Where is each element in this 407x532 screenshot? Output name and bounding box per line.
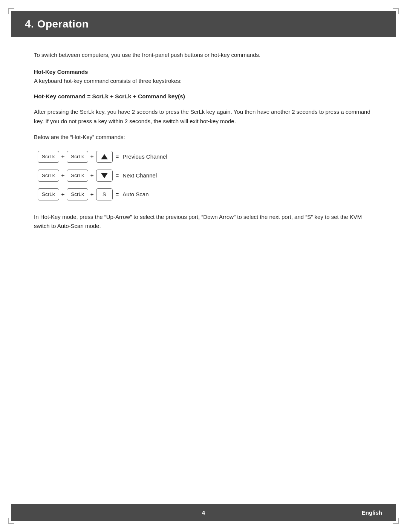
hotkey-heading: Hot-Key Commands (34, 69, 373, 75)
plus-3a: + (61, 191, 65, 197)
plus-1b: + (90, 153, 94, 160)
next-channel-label: Next Channel (122, 172, 157, 179)
down-arrow-icon (101, 173, 108, 178)
equals-1: = (116, 153, 119, 160)
previous-channel-label: Previous Channel (122, 153, 167, 160)
hotkey-formula: Hot-Key command = ScrLk + ScrLk + Comman… (34, 93, 373, 100)
scrlk-key-1a: ScrLk (38, 151, 59, 163)
plus-1a: + (61, 153, 65, 160)
page-title: 4. Operation (25, 18, 382, 30)
scrlk-key-2b: ScrLk (67, 170, 88, 182)
below-commands-text: Below are the “Hot-Key” commands: (34, 134, 373, 140)
equals-3: = (116, 191, 119, 197)
command-row-autoscan: ScrLk + ScrLk + S = Auto Scan (38, 188, 373, 200)
scrlk-key-2a: ScrLk (38, 170, 59, 182)
down-arrow-key (96, 170, 113, 182)
up-arrow-key (96, 151, 113, 163)
language-label: English (362, 509, 382, 516)
scrlk-key-1b: ScrLk (67, 151, 88, 163)
footer-bar: 4 English (11, 504, 396, 521)
command-row-previous: ScrLk + ScrLk + = Previous Channel (38, 151, 373, 163)
auto-scan-label: Auto Scan (122, 191, 148, 197)
hotkey-subtext: A keyboard hot-key command consists of t… (34, 76, 373, 86)
scrlk-key-3a: ScrLk (38, 188, 59, 200)
page-number: 4 (25, 509, 382, 516)
scrlk-key-3b: ScrLk (67, 188, 88, 200)
command-row-next: ScrLk + ScrLk + = Next Channel (38, 170, 373, 182)
equals-2: = (116, 172, 119, 179)
intro-paragraph: To switch between computers, you use the… (34, 50, 373, 60)
closing-paragraph: In Hot-Key mode, press the “Up-Arrow” to… (34, 212, 373, 231)
up-arrow-icon (101, 154, 108, 159)
s-key-btn: S (96, 188, 113, 200)
commands-container: ScrLk + ScrLk + = Previous Channel ScrLk… (38, 151, 373, 200)
plus-2b: + (90, 172, 94, 179)
plus-3b: + (90, 191, 94, 197)
timing-paragraph: After pressing the ScrLk key, you have 2… (34, 107, 373, 126)
content-area: To switch between computers, you use the… (11, 37, 396, 494)
section-header: 4. Operation (11, 11, 396, 37)
plus-2a: + (61, 172, 65, 179)
